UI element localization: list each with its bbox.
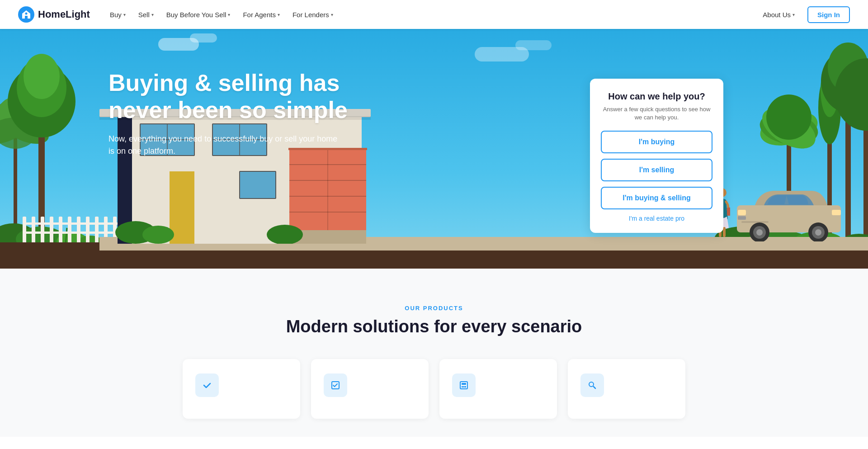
product-card-3 — [439, 359, 557, 419]
nav-item-for-lenders[interactable]: For Lenders ▾ — [287, 7, 339, 22]
chevron-down-icon: ▾ — [278, 12, 280, 17]
product-icon-wrap-4 — [580, 373, 604, 397]
navbar: HomeLight Buy ▾ Sell ▾ Buy Before You Se… — [0, 0, 868, 29]
product-card-4 — [568, 359, 685, 419]
hero-subtitle: Now, everything you need to successfully… — [108, 133, 344, 157]
svg-rect-88 — [462, 386, 463, 388]
navbar-left: HomeLight Buy ▾ Sell ▾ Buy Before You Se… — [18, 6, 339, 23]
chevron-down-icon: ▾ — [331, 12, 333, 17]
cloud-4 — [515, 40, 552, 50]
product-card-1 — [183, 359, 300, 419]
calculator-icon — [458, 380, 469, 391]
real-estate-pro-link[interactable]: I'm a real estate pro — [601, 215, 712, 222]
nav-item-buy-before-sell[interactable]: Buy Before You Sell ▾ — [161, 7, 236, 22]
products-section: OUR PRODUCTS Modern solutions for every … — [0, 269, 868, 437]
svg-rect-82 — [202, 380, 212, 391]
nav-item-sell[interactable]: Sell ▾ — [133, 7, 159, 22]
checkmark-icon — [202, 380, 212, 391]
chevron-down-icon: ▾ — [151, 12, 154, 17]
hero-section: Buying & selling has never been so simpl… — [0, 29, 868, 269]
products-eyebrow: OUR PRODUCTS — [18, 305, 850, 312]
help-card: How can we help you? Answer a few quick … — [590, 79, 723, 233]
product-icon-wrap-2 — [324, 373, 347, 397]
svg-rect-87 — [462, 383, 466, 385]
im-buying-selling-button[interactable]: I'm buying & selling — [601, 187, 712, 209]
product-card-2 — [311, 359, 429, 419]
cloud-2 — [190, 33, 217, 43]
nav-links: Buy ▾ Sell ▾ Buy Before You Sell ▾ For A… — [104, 7, 339, 22]
chevron-down-icon: ▾ — [123, 12, 126, 17]
nav-item-buy[interactable]: Buy ▾ — [104, 7, 131, 22]
svg-rect-91 — [587, 380, 598, 391]
chevron-down-icon: ▾ — [228, 12, 230, 17]
logo-text: HomeLight — [38, 9, 90, 20]
im-buying-button[interactable]: I'm buying — [601, 131, 712, 153]
products-grid — [163, 359, 705, 419]
list-check-icon — [330, 380, 341, 391]
logo-icon — [18, 6, 34, 23]
im-selling-button[interactable]: I'm selling — [601, 159, 712, 181]
product-icon-wrap-1 — [195, 373, 219, 397]
products-title: Modern solutions for every scenario — [18, 317, 850, 336]
hero-title: Buying & selling has never been so simpl… — [108, 70, 366, 124]
logo[interactable]: HomeLight — [18, 6, 90, 23]
help-card-subtitle: Answer a few quick questions to see how … — [601, 105, 712, 122]
help-card-title: How can we help you? — [601, 91, 712, 102]
sidewalk — [99, 237, 868, 250]
svg-rect-90 — [465, 386, 466, 388]
nav-item-for-agents[interactable]: For Agents ▾ — [237, 7, 285, 22]
svg-rect-89 — [463, 386, 465, 388]
hero-content: Buying & selling has never been so simpl… — [108, 70, 366, 157]
about-us-nav[interactable]: About Us ▾ — [757, 7, 800, 22]
svg-point-0 — [25, 13, 28, 15]
chevron-down-icon: ▾ — [793, 12, 795, 17]
product-icon-wrap-3 — [452, 373, 476, 397]
search-icon — [587, 380, 598, 391]
sign-in-button[interactable]: Sign In — [807, 6, 850, 23]
navbar-right: About Us ▾ Sign In — [757, 6, 850, 23]
